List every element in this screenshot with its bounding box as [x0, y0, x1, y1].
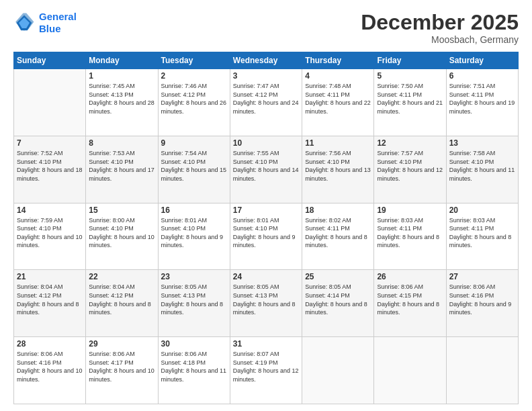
col-thursday: Thursday — [302, 52, 374, 69]
calendar-week-row: 1 Sunrise: 7:45 AM Sunset: 4:13 PM Dayli… — [14, 69, 519, 136]
calendar-week-row: 21 Sunrise: 8:04 AM Sunset: 4:12 PM Dayl… — [14, 270, 519, 337]
daylight-text: Daylight: 8 hours and 8 minutes. — [89, 300, 154, 317]
sunset-text: Sunset: 4:10 PM — [449, 158, 515, 167]
table-row: 15 Sunrise: 8:00 AM Sunset: 4:10 PM Dayl… — [86, 203, 158, 270]
table-row: 11 Sunrise: 7:56 AM Sunset: 4:10 PM Dayl… — [302, 136, 374, 203]
sunset-text: Sunset: 4:10 PM — [89, 158, 154, 167]
cell-text: Sunrise: 8:06 AM Sunset: 4:15 PM Dayligh… — [377, 283, 443, 316]
sunrise-text: Sunrise: 7:46 AM — [161, 82, 227, 91]
cell-text: Sunrise: 7:45 AM Sunset: 4:13 PM Dayligh… — [89, 82, 154, 116]
daylight-text: Daylight: 8 hours and 8 minutes. — [305, 233, 371, 250]
daylight-text: Daylight: 8 hours and 8 minutes. — [233, 300, 299, 317]
sunset-text: Sunset: 4:10 PM — [17, 158, 83, 167]
daylight-text: Daylight: 8 hours and 9 minutes. — [449, 300, 515, 317]
daylight-text: Daylight: 8 hours and 17 minutes. — [89, 166, 154, 183]
day-number: 25 — [305, 272, 371, 281]
day-number: 18 — [305, 205, 371, 215]
day-number: 15 — [89, 205, 154, 215]
sunrise-text: Sunrise: 8:03 AM — [377, 216, 443, 225]
cell-text: Sunrise: 8:05 AM Sunset: 4:13 PM Dayligh… — [161, 283, 227, 316]
day-number: 13 — [449, 138, 515, 148]
sunset-text: Sunset: 4:12 PM — [89, 291, 154, 300]
cell-text: Sunrise: 8:03 AM Sunset: 4:11 PM Dayligh… — [377, 216, 443, 250]
table-row: 26 Sunrise: 8:06 AM Sunset: 4:15 PM Dayl… — [374, 270, 446, 337]
table-row — [302, 337, 374, 404]
table-row: 5 Sunrise: 7:50 AM Sunset: 4:11 PM Dayli… — [374, 69, 446, 136]
table-row: 27 Sunrise: 8:06 AM Sunset: 4:16 PM Dayl… — [446, 270, 518, 337]
table-row: 18 Sunrise: 8:02 AM Sunset: 4:11 PM Dayl… — [302, 203, 374, 270]
header: General Blue December 2025 Moosbach, Ger… — [13, 11, 519, 45]
cell-text: Sunrise: 8:00 AM Sunset: 4:10 PM Dayligh… — [89, 216, 154, 250]
sunset-text: Sunset: 4:12 PM — [233, 91, 299, 99]
day-number: 8 — [89, 138, 154, 148]
table-row: 13 Sunrise: 7:58 AM Sunset: 4:10 PM Dayl… — [446, 136, 518, 203]
table-row: 14 Sunrise: 7:59 AM Sunset: 4:10 PM Dayl… — [14, 203, 86, 270]
day-number: 19 — [377, 205, 443, 215]
day-number: 12 — [377, 138, 443, 148]
daylight-text: Daylight: 8 hours and 10 minutes. — [89, 233, 154, 250]
day-number: 22 — [89, 272, 154, 281]
cell-text: Sunrise: 7:54 AM Sunset: 4:10 PM Dayligh… — [161, 149, 227, 183]
daylight-text: Daylight: 8 hours and 10 minutes. — [89, 367, 154, 383]
sunrise-text: Sunrise: 8:05 AM — [161, 283, 227, 291]
sunset-text: Sunset: 4:15 PM — [377, 291, 443, 300]
cell-text: Sunrise: 8:05 AM Sunset: 4:13 PM Dayligh… — [233, 283, 299, 316]
table-row: 31 Sunrise: 8:07 AM Sunset: 4:19 PM Dayl… — [230, 337, 302, 404]
table-row: 21 Sunrise: 8:04 AM Sunset: 4:12 PM Dayl… — [14, 270, 86, 337]
sunset-text: Sunset: 4:14 PM — [305, 291, 371, 300]
day-number: 26 — [377, 272, 443, 281]
day-number: 29 — [89, 339, 154, 349]
table-row: 30 Sunrise: 8:06 AM Sunset: 4:18 PM Dayl… — [158, 337, 230, 404]
sunrise-text: Sunrise: 8:06 AM — [449, 283, 515, 291]
day-number: 3 — [233, 71, 299, 81]
sunset-text: Sunset: 4:13 PM — [233, 291, 299, 300]
col-monday: Monday — [86, 52, 158, 69]
day-number: 4 — [305, 71, 371, 81]
table-row — [374, 337, 446, 404]
cell-text: Sunrise: 7:52 AM Sunset: 4:10 PM Dayligh… — [17, 149, 83, 183]
day-number: 5 — [377, 71, 443, 81]
sunset-text: Sunset: 4:10 PM — [305, 158, 371, 167]
table-row: 22 Sunrise: 8:04 AM Sunset: 4:12 PM Dayl… — [86, 270, 158, 337]
daylight-text: Daylight: 8 hours and 8 minutes. — [377, 233, 443, 250]
table-row — [446, 337, 518, 404]
calendar-table: Sunday Monday Tuesday Wednesday Thursday… — [13, 52, 519, 404]
sunset-text: Sunset: 4:10 PM — [161, 224, 227, 233]
sunrise-text: Sunrise: 7:54 AM — [161, 149, 227, 158]
daylight-text: Daylight: 8 hours and 9 minutes. — [233, 233, 299, 250]
sunset-text: Sunset: 4:10 PM — [377, 158, 443, 167]
daylight-text: Daylight: 8 hours and 12 minutes. — [377, 166, 443, 183]
cell-text: Sunrise: 8:01 AM Sunset: 4:10 PM Dayligh… — [161, 216, 227, 250]
daylight-text: Daylight: 8 hours and 14 minutes. — [233, 166, 299, 183]
calendar-week-row: 7 Sunrise: 7:52 AM Sunset: 4:10 PM Dayli… — [14, 136, 519, 203]
table-row: 29 Sunrise: 8:06 AM Sunset: 4:17 PM Dayl… — [86, 337, 158, 404]
sunset-text: Sunset: 4:10 PM — [233, 158, 299, 167]
table-row: 17 Sunrise: 8:01 AM Sunset: 4:10 PM Dayl… — [230, 203, 302, 270]
cell-text: Sunrise: 7:57 AM Sunset: 4:10 PM Dayligh… — [377, 149, 443, 183]
daylight-text: Daylight: 8 hours and 10 minutes. — [17, 233, 83, 250]
sunrise-text: Sunrise: 7:55 AM — [233, 149, 299, 158]
sunrise-text: Sunrise: 8:00 AM — [89, 216, 154, 225]
calendar-week-row: 14 Sunrise: 7:59 AM Sunset: 4:10 PM Dayl… — [14, 203, 519, 270]
sunset-text: Sunset: 4:16 PM — [449, 291, 515, 300]
cell-text: Sunrise: 8:01 AM Sunset: 4:10 PM Dayligh… — [233, 216, 299, 250]
month-title: December 2025 — [361, 11, 519, 34]
day-number: 16 — [161, 205, 227, 215]
cell-text: Sunrise: 7:58 AM Sunset: 4:10 PM Dayligh… — [449, 149, 515, 183]
day-number: 10 — [233, 138, 299, 148]
table-row: 8 Sunrise: 7:53 AM Sunset: 4:10 PM Dayli… — [86, 136, 158, 203]
table-row: 25 Sunrise: 8:05 AM Sunset: 4:14 PM Dayl… — [302, 270, 374, 337]
calendar-week-row: 28 Sunrise: 8:06 AM Sunset: 4:16 PM Dayl… — [14, 337, 519, 404]
sunrise-text: Sunrise: 7:48 AM — [305, 82, 371, 91]
day-number: 11 — [305, 138, 371, 148]
sunset-text: Sunset: 4:10 PM — [89, 224, 154, 233]
sunrise-text: Sunrise: 7:52 AM — [17, 149, 83, 158]
table-row — [14, 69, 86, 136]
sunset-text: Sunset: 4:18 PM — [161, 359, 227, 367]
cell-text: Sunrise: 7:51 AM Sunset: 4:11 PM Dayligh… — [449, 82, 515, 116]
col-wednesday: Wednesday — [230, 52, 302, 69]
table-row: 3 Sunrise: 7:47 AM Sunset: 4:12 PM Dayli… — [230, 69, 302, 136]
cell-text: Sunrise: 8:06 AM Sunset: 4:16 PM Dayligh… — [449, 283, 515, 316]
sunrise-text: Sunrise: 8:06 AM — [161, 350, 227, 359]
day-number: 27 — [449, 272, 515, 281]
